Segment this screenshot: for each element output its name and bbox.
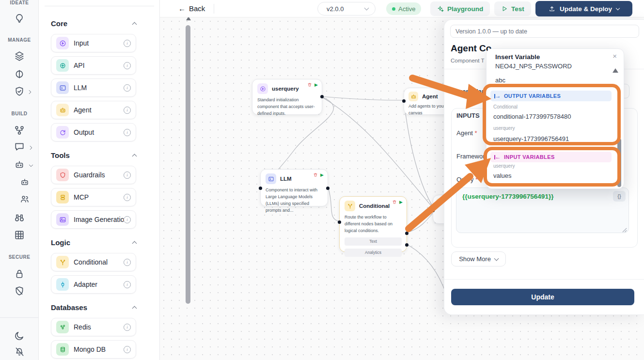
shield-check-icon[interactable] <box>14 86 25 97</box>
popup-title: Insert Variable <box>495 53 540 61</box>
info-icon[interactable]: i <box>124 346 131 353</box>
input-handle[interactable] <box>338 220 341 224</box>
library-item-mcp[interactable]: MCP i <box>51 188 136 206</box>
binoculars-icon[interactable] <box>14 212 25 223</box>
shield-off-icon[interactable] <box>14 286 25 297</box>
library-item-api[interactable]: API i <box>51 56 136 75</box>
robot-sub-icon[interactable] <box>20 177 30 187</box>
brain-icon[interactable] <box>14 69 25 79</box>
chevron-right-icon[interactable] <box>27 88 33 94</box>
node-userquery[interactable]: userquery ▶ Standard initialization comp… <box>252 79 322 115</box>
variable-item[interactable]: conditional-1773997578480 <box>493 113 571 120</box>
api-icon <box>56 59 69 72</box>
grid-table-icon[interactable] <box>14 230 25 240</box>
conditional-output-analytics[interactable]: Analytics <box>345 249 402 257</box>
popup-scrollbar-thumb[interactable] <box>617 139 621 187</box>
bell-off-icon[interactable] <box>14 346 25 357</box>
group-title: Logic <box>51 238 70 247</box>
library-item-conditional[interactable]: Conditional i <box>51 253 136 271</box>
panel-version-field[interactable]: Version 1.0.0 — up to date <box>450 25 639 38</box>
variable-item[interactable]: NEO4J_NPS_PASSWORD <box>495 63 572 70</box>
app-root: IDEATE MANAGE BUILD SECURE Core <box>0 0 644 360</box>
info-icon[interactable]: i <box>124 194 131 201</box>
conditional-output-text[interactable]: Text <box>345 237 402 246</box>
resize-handle-icon[interactable] <box>622 226 627 231</box>
chevron-down-icon[interactable] <box>28 162 34 168</box>
trash-icon[interactable] <box>313 172 318 177</box>
variable-item[interactable]: abc <box>495 77 505 84</box>
item-label: Redis <box>74 323 124 331</box>
trash-icon[interactable] <box>307 82 312 87</box>
output-handle[interactable] <box>320 95 324 98</box>
variable-item[interactable]: userquery-1773996756491 <box>493 135 569 142</box>
info-icon[interactable]: i <box>124 259 131 266</box>
info-icon[interactable]: i <box>124 324 131 331</box>
node-title: LLM <box>280 176 292 182</box>
info-icon[interactable]: i <box>124 84 131 92</box>
library-item-guardrails[interactable]: Guardrails i <box>51 166 136 184</box>
library-item-output[interactable]: Output i <box>51 123 136 141</box>
variable-item[interactable]: values <box>493 172 512 179</box>
run-node-icon[interactable]: ▶ <box>314 82 318 87</box>
output-handle-analytics[interactable] <box>405 243 408 247</box>
info-icon[interactable]: i <box>124 107 131 114</box>
output-handle[interactable] <box>326 187 330 190</box>
scrollbar-thumb[interactable] <box>186 25 190 304</box>
chevron-right-icon[interactable] <box>28 144 34 150</box>
chat-icon[interactable] <box>14 141 25 152</box>
image-icon <box>56 213 69 226</box>
lightbulb-icon[interactable] <box>14 13 25 23</box>
trash-icon[interactable] <box>392 200 397 204</box>
lock-icon[interactable] <box>14 268 25 279</box>
close-icon[interactable]: × <box>613 52 617 60</box>
run-node-icon[interactable]: ▶ <box>399 200 403 204</box>
library-item-llm[interactable]: LLM i <box>51 78 136 97</box>
workflow-icon[interactable] <box>14 125 25 136</box>
input-variables-header[interactable]: ← INPUT VARIABLES <box>490 152 612 162</box>
chevron-up-icon <box>132 154 137 158</box>
output-handle-text[interactable] <box>405 232 408 235</box>
info-icon[interactable]: i <box>124 129 131 136</box>
info-icon[interactable]: i <box>124 281 131 288</box>
output-variables-header[interactable]: → OUTPUT VARIABLES <box>490 91 612 101</box>
query-textarea[interactable]: {{userquery-1773996756491}} {} <box>456 188 629 233</box>
group-header-tools[interactable]: Tools <box>51 149 136 161</box>
layers-icon[interactable] <box>14 51 25 62</box>
show-more-button[interactable]: Show More <box>451 251 506 266</box>
back-button[interactable]: ← Back <box>178 4 205 13</box>
group-header-logic[interactable]: Logic <box>51 236 136 248</box>
group-header-core[interactable]: Core <box>51 17 136 29</box>
info-icon[interactable]: i <box>124 62 131 69</box>
input-handle[interactable] <box>259 187 262 190</box>
left-rail: IDEATE MANAGE BUILD SECURE <box>0 0 39 360</box>
node-conditional[interactable]: Conditional ▶ Route the workflow to diff… <box>339 196 407 252</box>
info-icon[interactable]: i <box>124 172 131 179</box>
library-item-agent[interactable]: Agent i <box>51 101 136 119</box>
input-handle[interactable] <box>431 209 435 212</box>
input-handle[interactable] <box>402 99 406 103</box>
library-item-mongodb[interactable]: Mongo DB i <box>51 340 136 359</box>
playground-button[interactable]: Playground <box>430 1 490 16</box>
terminal-icon <box>56 81 69 94</box>
info-icon[interactable]: i <box>124 216 131 223</box>
library-item-redis[interactable]: Redis i <box>51 318 136 336</box>
run-node-icon[interactable]: ▶ <box>320 172 324 177</box>
update-button[interactable]: Update <box>451 289 634 305</box>
moon-icon[interactable] <box>14 330 25 341</box>
node-description: Add agents to your canvas <box>408 103 447 117</box>
robot-icon[interactable] <box>14 159 25 170</box>
test-button[interactable]: Test <box>494 1 531 16</box>
update-deploy-button[interactable]: Update & Deploy <box>535 1 632 16</box>
library-scrollbar[interactable] <box>186 16 191 345</box>
info-icon[interactable]: i <box>124 40 131 47</box>
users-icon[interactable] <box>20 194 30 204</box>
library-item-adapter[interactable]: Adapter i <box>51 275 136 294</box>
insert-variable-button[interactable]: {} <box>613 191 626 202</box>
library-item-image-generation[interactable]: Image Generation i <box>51 210 136 229</box>
query-value: {{userquery-1773996756491}} <box>462 193 553 200</box>
scroll-up-arrow-icon[interactable] <box>613 68 618 73</box>
group-header-databases[interactable]: Databases <box>51 301 136 313</box>
node-llm[interactable]: LLM ▶ Component to interact with Large L… <box>260 169 328 206</box>
version-select[interactable]: v2.0.0 <box>317 2 376 16</box>
library-item-input[interactable]: Input i <box>51 34 136 52</box>
